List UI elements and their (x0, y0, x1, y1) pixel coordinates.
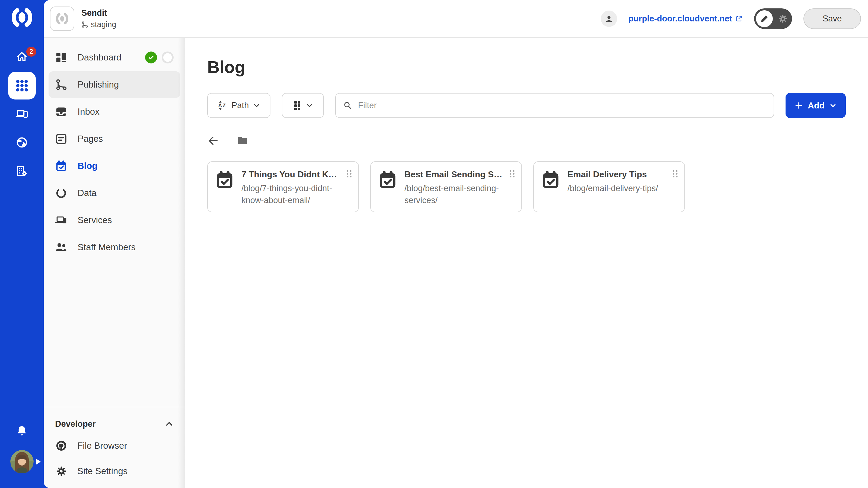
sidebar-item-site-settings[interactable]: Site Settings (49, 459, 180, 484)
rail-home-button[interactable]: 2 (0, 43, 44, 71)
sidebar-item-label: Pages (78, 134, 103, 144)
external-link-icon (735, 15, 743, 22)
branch-icon (55, 78, 67, 91)
org-settings-icon (16, 165, 28, 177)
sort-dropdown[interactable]: AZ Path (207, 93, 271, 118)
chevron-down-icon (306, 102, 313, 109)
person-icon (604, 14, 614, 24)
filter-input[interactable] (358, 101, 767, 110)
collection-card[interactable]: 7 Things You Didnt K… /blog/7-things-you… (207, 161, 359, 212)
drag-handle-icon[interactable] (346, 169, 352, 178)
rail-devices-button[interactable] (0, 100, 44, 128)
collection-main: Blog AZ Path (185, 38, 868, 488)
sidebar-item-publishing[interactable]: Publishing (49, 71, 180, 98)
expand-rail-caret[interactable] (36, 459, 41, 465)
card-title: Email Delivery Tips (567, 169, 669, 180)
app-window: 2 (0, 0, 868, 488)
rail-organization-button[interactable] (0, 157, 44, 185)
data-icon (55, 187, 67, 199)
bell-icon (16, 425, 28, 437)
site-logo-chip[interactable] (50, 6, 74, 31)
sidebar-item-label: Blog (78, 161, 97, 171)
search-icon (343, 101, 352, 110)
sidebar-item-services[interactable]: Services (49, 207, 180, 233)
sidebar-item-inbox[interactable]: Inbox (49, 98, 180, 125)
live-site-link[interactable]: purple-door.cloudvent.net (628, 14, 743, 24)
folder-icon[interactable] (237, 135, 248, 147)
publish-status-group (145, 52, 174, 63)
content-panel: Sendit staging purple-door.cloudvent.net (44, 0, 868, 488)
folder-breadcrumb (207, 134, 846, 147)
sidebar-item-file-browser[interactable]: File Browser (49, 433, 180, 458)
topbar-right: purple-door.cloudvent.net Save (601, 8, 861, 29)
sidebar-item-data[interactable]: Data (49, 180, 180, 206)
cloudcannon-site-icon (55, 13, 70, 25)
content-row: Dashboard Publishing Inbox Pages (44, 38, 868, 488)
collection-card[interactable]: Best Email Sending S… /blog/best-email-s… (370, 161, 522, 212)
developer-section-header[interactable]: Developer (49, 415, 180, 433)
sidebar-item-pages[interactable]: Pages (49, 126, 180, 152)
calendar-check-icon (55, 160, 67, 172)
pages-icon (55, 133, 67, 145)
people-icon (55, 241, 67, 254)
grid-view-icon (293, 100, 302, 111)
view-mode-dropdown[interactable] (282, 93, 324, 118)
devices-icon (16, 108, 28, 120)
status-empty-icon[interactable] (162, 52, 174, 63)
card-body: Email Delivery Tips /blog/email-delivery… (567, 169, 678, 212)
drag-handle-icon[interactable] (509, 169, 516, 178)
services-devices-icon (55, 214, 67, 226)
card-path: /blog/best-email-sending-services/ (404, 183, 516, 206)
sidebar-item-label: Services (78, 215, 112, 225)
add-label: Add (808, 101, 825, 110)
chevron-down-icon (253, 102, 260, 109)
topbar: Sendit staging purple-door.cloudvent.net (44, 0, 868, 38)
page-title: Blog (207, 57, 846, 77)
sidebar-item-label: Inbox (78, 106, 99, 117)
sidebar-item-blog[interactable]: Blog (49, 153, 180, 179)
rail-bottom (0, 425, 44, 474)
developer-section: Developer File Browser Site Settings (44, 407, 185, 488)
card-title: Best Email Sending S… (404, 169, 506, 180)
drag-handle-icon[interactable] (672, 169, 678, 178)
card-title: 7 Things You Didnt K… (241, 169, 343, 180)
gear-icon (777, 13, 788, 24)
svg-text:A: A (218, 102, 222, 108)
calendar-check-icon (541, 169, 560, 190)
site-meta: Sendit staging (82, 8, 116, 29)
chevron-up-icon (165, 420, 174, 428)
account-button[interactable] (601, 10, 617, 27)
save-button[interactable]: Save (803, 8, 861, 29)
card-body: Best Email Sending S… /blog/best-email-s… (404, 169, 516, 212)
site-sidebar: Dashboard Publishing Inbox Pages (44, 38, 185, 488)
notification-badge: 2 (26, 46, 36, 57)
sidebar-item-dashboard[interactable]: Dashboard (49, 44, 180, 71)
rail-notifications-button[interactable] (16, 425, 28, 438)
card-path: /blog/email-delivery-tips/ (567, 183, 678, 194)
add-button[interactable]: Add (785, 93, 846, 118)
user-avatar[interactable] (10, 450, 34, 474)
filter-field[interactable] (335, 93, 774, 118)
site-name: Sendit (82, 8, 116, 18)
collection-card[interactable]: Email Delivery Tips /blog/email-delivery… (533, 161, 685, 212)
github-icon (55, 440, 67, 452)
branch-icon (82, 21, 88, 28)
status-done-icon[interactable] (145, 52, 157, 63)
developer-label: Developer (55, 419, 96, 429)
back-arrow-icon[interactable] (207, 134, 220, 147)
site-branch: staging (82, 20, 116, 29)
gear-icon (55, 465, 67, 478)
editor-mode-toggle[interactable] (754, 8, 792, 29)
sidebar-item-label: Publishing (78, 79, 119, 90)
collection-card-grid: 7 Things You Didnt K… /blog/7-things-you… (207, 161, 846, 212)
sidebar-item-label: Staff Members (78, 242, 135, 252)
globe-icon (16, 136, 28, 149)
sidebar-item-label: Data (78, 188, 97, 198)
rail-apps-button[interactable] (0, 71, 44, 100)
rail-globe-button[interactable] (0, 128, 44, 157)
app-rail: 2 (0, 0, 44, 488)
rail-nav: 2 (0, 43, 44, 185)
card-path: /blog/7-things-you-didnt-know-about-emai… (241, 183, 352, 206)
calendar-check-icon (378, 169, 397, 190)
sidebar-item-staff-members[interactable]: Staff Members (49, 234, 180, 261)
